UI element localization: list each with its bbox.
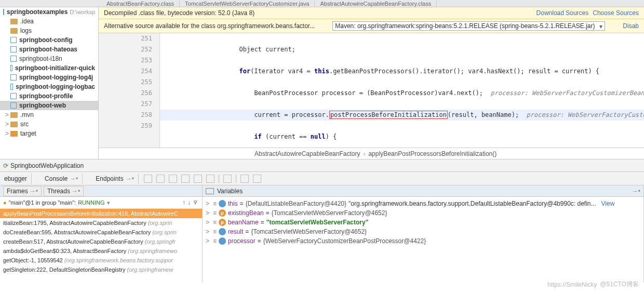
- variable-row[interactable]: >≡pbeanName = "tomcatServletWebServerFac…: [203, 218, 643, 227]
- sidebar-item[interactable]: logs: [0, 26, 98, 35]
- drop-frame-icon[interactable]: [194, 175, 202, 183]
- tab-console[interactable]: Console→•: [32, 174, 83, 184]
- sidebar-item[interactable]: >.mvn: [0, 110, 98, 119]
- source-select[interactable]: Maven: org.springframework:spring-beans:…: [332, 21, 605, 31]
- variables-list[interactable]: >≡this = {DefaultListableBeanFactory@442…: [203, 197, 643, 283]
- project-sidebar: springbootexamples D:\worksp .idealogssp…: [0, 7, 99, 159]
- variable-row[interactable]: >≡result = {TomcatServletWebServerFactor…: [203, 227, 643, 236]
- folder-icon: [10, 112, 18, 118]
- module-icon: [10, 46, 17, 52]
- variable-row[interactable]: >≡this = {DefaultListableBeanFactory@442…: [203, 199, 643, 208]
- variable-row[interactable]: >≡pexistingBean = {TomcatServletWebServe…: [203, 208, 643, 218]
- sidebar-item-label: target: [20, 130, 36, 137]
- stack-frame[interactable]: ambda$doGetBean$0:323, AbstractBeanFacto…: [0, 246, 202, 256]
- sidebar-item[interactable]: springboot-logging-log4j: [0, 73, 98, 82]
- evaluate-icon[interactable]: [223, 175, 232, 183]
- trace-icon[interactable]: [240, 175, 249, 183]
- force-step-icon[interactable]: [169, 175, 177, 183]
- next-frame-icon[interactable]: ↓: [187, 199, 191, 206]
- view-link[interactable]: View: [601, 200, 615, 207]
- expand-icon[interactable]: >: [206, 219, 211, 226]
- run-config-name[interactable]: SpringbootWebApplication: [10, 162, 84, 169]
- stack-frame[interactable]: applyBeanPostProcessorsBeforeInitializat…: [0, 209, 202, 218]
- thread-selector[interactable]: ● "main"@1 in group "main": RUNNING ▾: [3, 199, 110, 206]
- sidebar-item-label: .mvn: [20, 111, 34, 118]
- sidebar-item[interactable]: springboot-config: [0, 35, 98, 45]
- sidebar-item[interactable]: springboot-logging-logbac: [0, 82, 98, 91]
- project-icon: [3, 9, 4, 15]
- filter-icon[interactable]: ⛛: [193, 199, 199, 206]
- module-icon: [10, 37, 17, 43]
- pane-settings-icon[interactable]: →•: [632, 188, 640, 195]
- sidebar-item[interactable]: >target: [0, 129, 98, 138]
- tab-endpoints[interactable]: Endpoints→•: [83, 174, 139, 184]
- project-path: D:\worksp: [70, 9, 95, 15]
- expand-icon[interactable]: >: [206, 200, 211, 207]
- module-icon: [10, 93, 17, 99]
- code-area[interactable]: Object current; for(Iterator var4 = this…: [160, 33, 644, 148]
- variable-row[interactable]: >≡processor = {WebServerFactoryCustomize…: [203, 236, 643, 246]
- var-type-icon: [219, 237, 226, 245]
- folder-icon: [10, 131, 18, 137]
- line-gutter: 251252253254255256257258259: [99, 33, 160, 148]
- current-execution-line: current = processor.postProcessBeforeIni…: [160, 110, 644, 121]
- run-config-bar: ⟳ SpringbootWebApplication: [0, 159, 644, 171]
- stack-frame[interactable]: doCreateBean:595, AbstractAutowireCapabl…: [0, 228, 202, 237]
- sidebar-item[interactable]: springboot-i18n: [0, 54, 98, 63]
- module-icon: [10, 65, 12, 71]
- tab-file[interactable]: AbstractAutowireCapableBeanFactory.class: [315, 1, 437, 7]
- step-out-icon[interactable]: [181, 175, 190, 183]
- sidebar-item[interactable]: .idea: [0, 17, 98, 26]
- debugger-toolbar: ebugger Console→• Endpoints→•: [0, 171, 644, 185]
- sidebar-item-label: .idea: [20, 18, 34, 25]
- tab-frames[interactable]: Frames →•: [3, 186, 42, 196]
- disable-link[interactable]: Disab: [623, 22, 639, 30]
- var-type-icon: [219, 200, 226, 207]
- sidebar-item[interactable]: springboot-web: [0, 101, 98, 110]
- expand-icon[interactable]: >: [206, 237, 211, 245]
- project-root[interactable]: springbootexamples D:\worksp: [0, 7, 98, 17]
- tab-file[interactable]: AbstractBeanFactory.class: [101, 1, 180, 7]
- sidebar-item[interactable]: springboot-profile: [0, 91, 98, 101]
- module-icon: [10, 102, 17, 109]
- step-into-icon[interactable]: [156, 175, 165, 183]
- divider: [236, 175, 236, 183]
- tab-file[interactable]: TomcatServletWebServerFactoryCustomizer.…: [180, 1, 315, 7]
- editor-tabs: AbstractBeanFactory.class TomcatServletW…: [0, 0, 644, 7]
- module-icon: [10, 56, 17, 62]
- choose-sources-link[interactable]: Choose Sources: [593, 9, 639, 17]
- sidebar-item-label: logs: [20, 27, 32, 34]
- var-type-icon: p: [219, 209, 226, 217]
- folder-icon: [10, 122, 18, 127]
- step-over-icon[interactable]: [144, 175, 152, 183]
- run-to-cursor-icon[interactable]: [206, 175, 214, 183]
- sidebar-item-label: springboot-hateoas: [19, 46, 77, 53]
- prev-frame-icon[interactable]: ↑: [182, 199, 185, 206]
- expand-icon[interactable]: >: [206, 228, 211, 235]
- breadcrumb: AbstractAutowireCapableBeanFactory › app…: [99, 148, 644, 159]
- stack-frame[interactable]: createBean:517, AbstractAutowireCapableB…: [0, 237, 202, 246]
- expand-icon[interactable]: >: [206, 209, 211, 217]
- code-editor[interactable]: 251252253254255256257258259 Object curre…: [99, 33, 644, 148]
- stack-frame[interactable]: itializeBean:1795, AbstractAutowireCapab…: [0, 218, 202, 228]
- sidebar-item[interactable]: springboot-hateoas: [0, 45, 98, 54]
- sidebar-item[interactable]: >src: [0, 119, 98, 129]
- more-icon[interactable]: [253, 175, 261, 183]
- tab-debugger[interactable]: ebugger: [0, 174, 32, 184]
- stack-frame[interactable]: getSingleton:222, DefaultSingletonBeanRe…: [0, 265, 202, 274]
- frames-pane: Frames →• Threads →• ● "main"@1 in group…: [0, 185, 203, 283]
- alt-source-text: Alternative source available for the cla…: [104, 22, 315, 30]
- var-type-icon: [219, 228, 226, 235]
- folder-icon: [10, 28, 18, 34]
- var-type-icon: p: [219, 219, 226, 226]
- sidebar-item-label: springboot-profile: [19, 92, 73, 100]
- module-icon: [10, 74, 17, 81]
- tab-threads[interactable]: Threads →•: [44, 186, 84, 196]
- sidebar-item[interactable]: springboot-initializer-quick: [0, 63, 98, 73]
- alt-source-banner: Alternative source available for the cla…: [99, 19, 644, 33]
- download-sources-link[interactable]: Download Sources: [536, 9, 589, 17]
- stack-frame[interactable]: getObject:-1, 10559542 (org.springframew…: [0, 256, 202, 265]
- breadcrumb-class[interactable]: AbstractAutowireCapableBeanFactory: [254, 150, 360, 157]
- breadcrumb-method[interactable]: applyBeanPostProcessorsBeforeInitializat…: [368, 150, 497, 157]
- frames-list[interactable]: applyBeanPostProcessorsBeforeInitializat…: [0, 209, 202, 283]
